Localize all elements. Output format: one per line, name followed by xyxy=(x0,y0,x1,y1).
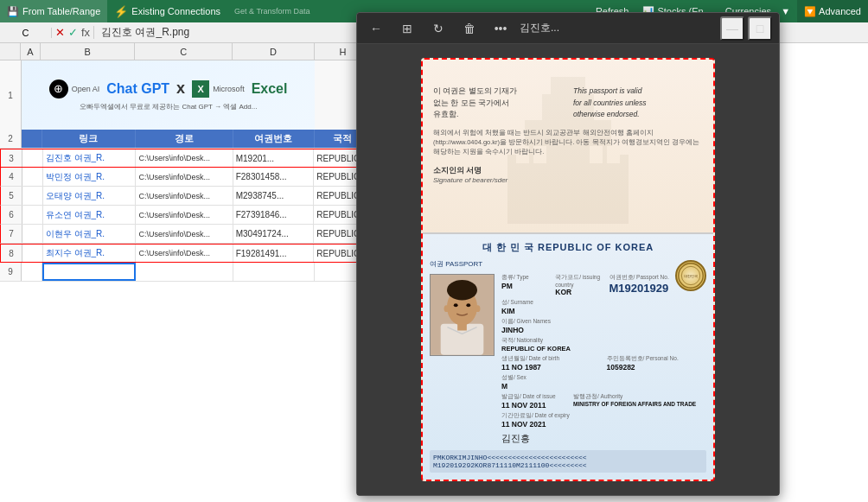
data-row-6[interactable]: 8 최지수 여권_R. C:\Users\info\Desk... F19281… xyxy=(0,244,372,263)
th-path[interactable]: 경로 xyxy=(136,130,233,148)
row-3-passport[interactable]: M2938745... xyxy=(233,187,315,205)
viewer-more-btn[interactable]: ••• xyxy=(488,16,513,41)
row-5-a xyxy=(22,225,43,243)
viewer-delete-btn[interactable]: 🗑 xyxy=(457,16,482,41)
chatgpt-label: Chat GPT xyxy=(106,81,169,97)
col-header-d[interactable]: D xyxy=(233,43,314,60)
microsoft-label: Microsoft xyxy=(213,85,245,93)
svg-text:대한민국: 대한민국 xyxy=(684,274,698,278)
row-5-link[interactable]: 이현우 여권_R. xyxy=(43,225,137,243)
viewer-scan-btn[interactable]: ⊞ xyxy=(395,16,419,41)
viewer-title: 김진호... xyxy=(520,21,713,35)
passport-signature-area: 소지인의 서명 Signature of bearer/sder xyxy=(433,166,703,184)
row-4-link[interactable]: 유소연 여권_R. xyxy=(43,206,137,224)
col-header-a[interactable]: A xyxy=(21,43,41,60)
field-sex-block: 성별/ Sex M xyxy=(501,374,706,391)
viewer-back-btn[interactable]: ← xyxy=(364,16,388,41)
row-6-a xyxy=(22,245,43,262)
cell-reference[interactable]: C xyxy=(0,28,52,38)
banner-sub: 오빠두엑셀에서 무료로 제공하는 Chat GPT → 엑셀 Add... xyxy=(80,102,258,111)
row-1-passport[interactable]: M19201... xyxy=(233,149,315,167)
row-2-link[interactable]: 박민정 여권_R. xyxy=(43,168,137,186)
row-4-passport[interactable]: F27391846... xyxy=(233,206,315,224)
signature-label-ko: 소지인의 서명 xyxy=(433,166,703,176)
banner-content: ⊕ Open AI Chat GPT x X Microsoft Excel 오… xyxy=(22,60,315,130)
refresh-icon: ↻ xyxy=(433,22,444,35)
viewer-titlebar: ← ⊞ ↻ 🗑 ••• 김진호... — □ xyxy=(357,13,779,44)
svg-point-15 xyxy=(475,305,481,312)
row-1-num: 3 xyxy=(1,149,22,167)
data-row-2[interactable]: 4 박민정 여권_R. C:\Users\info\Desk... F28301… xyxy=(0,168,372,187)
empty-c[interactable] xyxy=(136,263,233,281)
banner-row: 1 ⊕ Open AI Chat GPT x X Microsoft Excel… xyxy=(0,60,372,130)
col-header-c[interactable]: C xyxy=(135,43,233,60)
row-3-path[interactable]: C:\Users\info\Desk... xyxy=(136,187,233,205)
passport-photo-svg xyxy=(431,274,494,356)
field-expiry-block: 기간만료일/ Date of expiry 11 NOV 2021 xyxy=(501,412,706,429)
row-2-path[interactable]: C:\Users\info\Desk... xyxy=(136,168,233,186)
confirm-formula-icon[interactable]: ✓ xyxy=(68,26,78,39)
data-row-4[interactable]: 6 유소연 여권_R. C:\Users\info\Desk... F27391… xyxy=(0,206,372,225)
passport-english-validity: This passport is valid for all countries… xyxy=(573,86,703,121)
data-row-3[interactable]: 5 오태양 여권_R. C:\Users\info\Desk... M29387… xyxy=(0,187,372,206)
row-4-a xyxy=(22,206,43,224)
advanced-btn[interactable]: 🔽 Advanced xyxy=(797,0,868,22)
passport-data-page: 대 한 민 국 REPUBLIC OF KOREA 여권 PASSPORT xyxy=(423,234,713,480)
row-6-link[interactable]: 최지수 여권_R. xyxy=(43,245,137,262)
data-row-1[interactable]: 3 김진호 여권_R. C:\Users\info\Desk... M19201… xyxy=(0,149,372,168)
row-empty-num: 9 xyxy=(0,263,22,281)
field-given: 이름/ Given Names JINHO xyxy=(501,318,706,334)
th-link[interactable]: 링크 xyxy=(42,130,136,148)
field-surname-block: 성/ Surname KIM xyxy=(501,299,706,315)
field-personal-no: 주민등록번호/ Personal No. 1059282 xyxy=(607,355,707,372)
field-surname: 성/ Surname KIM xyxy=(501,299,706,315)
passport-korean-validity: 이 여권은 별도의 기재가 없는 한 모든 국가에서 유효함. xyxy=(433,86,563,121)
field-given-block: 이름/ Given Names JINHO xyxy=(501,318,706,334)
minimize-btn[interactable]: — xyxy=(720,16,744,41)
existing-connections-btn[interactable]: ⚡ Existing Connections xyxy=(107,0,227,22)
passport-notice: 해외에서 위험에 처했을 때는 반드시 외교공관부 해외안전여행 홈페이지(ht… xyxy=(433,128,703,157)
passport-viewer: ← ⊞ ↻ 🗑 ••• 김진호... — □ xyxy=(356,12,780,496)
insert-function-icon[interactable]: fx xyxy=(81,26,90,39)
spreadsheet: A B C D H 1 ⊕ Open AI Chat GPT x X Micro… xyxy=(0,43,372,502)
field-dob-personal: 생년월일/ Date of birth 11 NO 1987 주민등록번호/ P… xyxy=(501,355,706,372)
th-passport[interactable]: 여권번호 xyxy=(233,130,315,148)
row-3-a xyxy=(22,187,43,205)
field-nationality-block: 국적/ Nationality REPUBLIC OF KOREA xyxy=(501,337,706,353)
row-5-passport[interactable]: M30491724... xyxy=(233,225,315,243)
field-expiry: 기간만료일/ Date of expiry 11 NOV 2021 xyxy=(501,412,706,429)
empty-d[interactable] xyxy=(233,263,315,281)
row-4-path[interactable]: C:\Users\info\Desk... xyxy=(136,206,233,224)
row-num-1: 1 xyxy=(0,60,22,130)
empty-a[interactable] xyxy=(22,263,42,281)
field-nationality: 국적/ Nationality REPUBLIC OF KOREA xyxy=(501,337,706,353)
field-issue-authority: 발급일/ Date of issue 11 NOV 2011 발행관청/ Aut… xyxy=(501,393,706,410)
row-3-link[interactable]: 오태양 여권_R. xyxy=(43,187,137,205)
trash-icon: 🗑 xyxy=(463,22,475,35)
column-headers: A B C D H xyxy=(0,43,372,60)
passport-validity-block: 이 여권은 별도의 기재가 없는 한 모든 국가에서 유효함. This pas… xyxy=(433,86,703,121)
viewer-refresh-btn[interactable]: ↻ xyxy=(426,16,450,41)
row-1-link[interactable]: 김진호 여권_R. xyxy=(43,149,137,167)
ribbon-saverow-btn[interactable]: 💾 From Table/Range xyxy=(0,0,107,22)
cancel-formula-icon[interactable]: ✕ xyxy=(55,26,65,39)
dropdown-icon: ▼ xyxy=(781,6,790,16)
row-6-passport[interactable]: F19281491... xyxy=(233,245,315,262)
passport-document: 이 여권은 별도의 기재가 없는 한 모든 국가에서 유효함. This pas… xyxy=(421,58,715,481)
col-header-b[interactable]: B xyxy=(41,43,135,60)
field-issue: 발급일/ Date of issue 11 NOV 2011 xyxy=(501,393,568,410)
row-1-path[interactable]: C:\Users\info\Desk... xyxy=(136,149,233,167)
table-header-row: 2 링크 경로 여권번호 국적 xyxy=(0,130,372,149)
row-2-passport[interactable]: F28301458... xyxy=(233,168,315,186)
empty-b[interactable] xyxy=(42,263,136,281)
passport-top: 이 여권은 별도의 기재가 없는 한 모든 국가에서 유효함. This pas… xyxy=(423,60,713,232)
maximize-btn[interactable]: □ xyxy=(748,16,772,41)
country-header: 대 한 민 국 REPUBLIC OF KOREA xyxy=(430,241,706,254)
row-6-path[interactable]: C:\Users\info\Desk... xyxy=(136,245,233,262)
row-5-path[interactable]: C:\Users\info\Desk... xyxy=(136,225,233,243)
th-a xyxy=(22,130,42,148)
formula-controls: ✕ ✓ fx xyxy=(52,26,94,39)
field-authority: 발행관청/ Authority MINISTRY OF FOREIGN AFFA… xyxy=(573,393,706,410)
data-row-5[interactable]: 7 이현우 여권_R. C:\Users\info\Desk... M30491… xyxy=(0,225,372,244)
row-4-num: 6 xyxy=(1,206,22,224)
